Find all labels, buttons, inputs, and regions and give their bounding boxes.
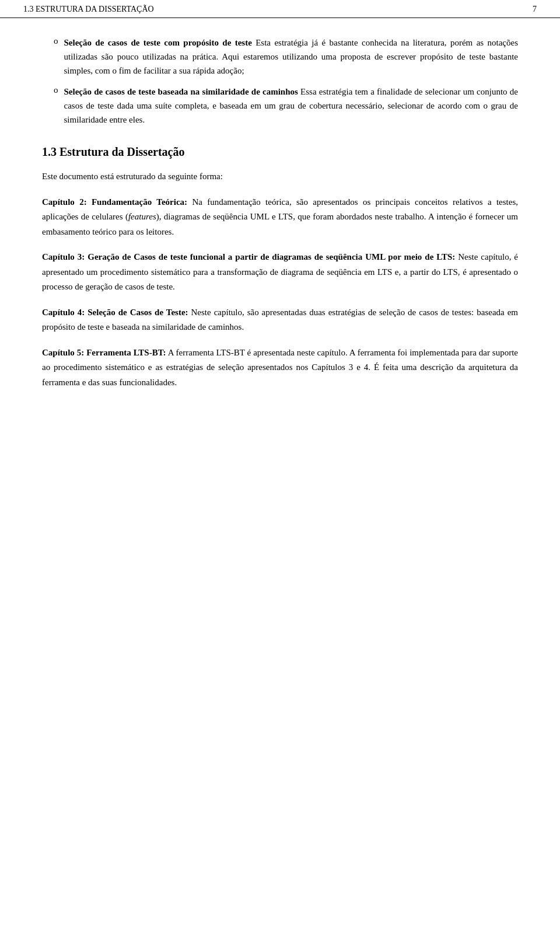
bullet-text: Seleção de casos de teste baseada na sim…: [64, 85, 519, 127]
chapter-block-2: Capítulo 2: Fundamentação Teórica: Na fu…: [42, 195, 518, 240]
chapter-block-4: Capítulo 4: Seleção de Casos de Teste: N…: [42, 305, 518, 335]
intro-paragraph: Este documento está estruturado da segui…: [42, 169, 518, 184]
page-number: 7: [533, 5, 537, 14]
list-item: o Seleção de casos de teste com propósit…: [42, 36, 518, 78]
chapter-block-3: Capítulo 3: Geração de Casos de teste fu…: [42, 250, 518, 295]
chapter-block-5: Capítulo 5: Ferramenta LTS-BT: A ferrame…: [42, 346, 518, 390]
page-content: o Seleção de casos de teste com propósit…: [0, 18, 560, 424]
chapter-5-paragraph: Capítulo 5: Ferramenta LTS-BT: A ferrame…: [42, 346, 518, 390]
list-item: o Seleção de casos de teste baseada na s…: [42, 85, 518, 127]
chapter-4-label: Capítulo 4: Seleção de Casos de Teste:: [42, 308, 188, 317]
italic-features: features: [128, 212, 156, 221]
bullet-bold-label: Seleção de casos de teste com propósito …: [64, 38, 252, 47]
page-header: 1.3 ESTRUTURA DA DISSERTAÇÃO 7: [0, 0, 560, 18]
bullet-section: o Seleção de casos de teste com propósit…: [42, 36, 518, 127]
section-heading: 1.3 Estrutura da Dissertação: [42, 145, 518, 159]
chapter-2-paragraph: Capítulo 2: Fundamentação Teórica: Na fu…: [42, 195, 518, 240]
chapter-4-paragraph: Capítulo 4: Seleção de Casos de Teste: N…: [42, 305, 518, 335]
bullet-bold-label: Seleção de casos de teste baseada na sim…: [64, 87, 298, 96]
bullet-text: Seleção de casos de teste com propósito …: [64, 36, 519, 78]
chapter-3-label: Capítulo 3: Geração de Casos de teste fu…: [42, 252, 455, 261]
bullet-dot: o: [54, 36, 58, 46]
page: 1.3 ESTRUTURA DA DISSERTAÇÃO 7 o Seleção…: [0, 0, 560, 942]
chapter-2-label: Capítulo 2: Fundamentação Teórica:: [42, 197, 187, 207]
chapter-5-label: Capítulo 5: Ferramenta LTS-BT:: [42, 348, 166, 357]
chapter-3-paragraph: Capítulo 3: Geração de Casos de teste fu…: [42, 250, 518, 295]
bullet-dot: o: [54, 85, 58, 95]
header-title: 1.3 ESTRUTURA DA DISSERTAÇÃO: [23, 5, 154, 14]
